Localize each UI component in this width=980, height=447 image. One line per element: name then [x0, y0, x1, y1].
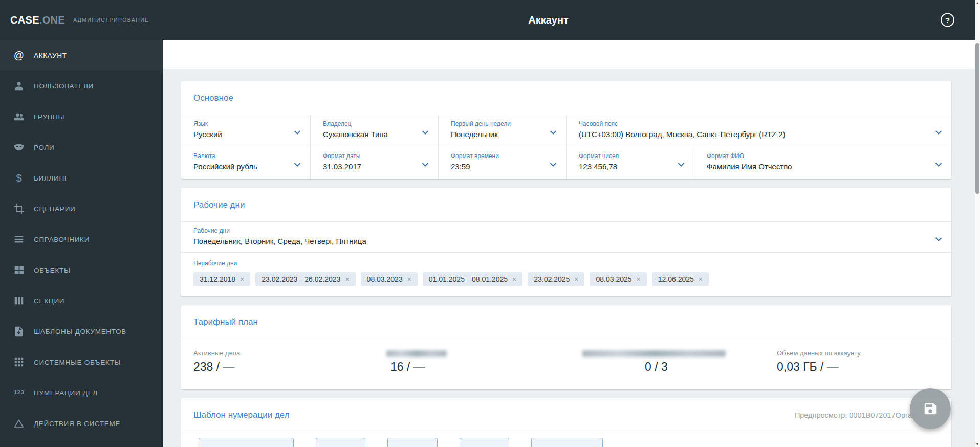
field-label: Формат ФИО	[707, 152, 929, 160]
redacted-label	[386, 350, 447, 357]
field-first-day-of-week[interactable]: Первый день недели Понедельник	[439, 115, 567, 147]
holiday-chip[interactable]: 23.02.2023—26.02.2023×	[255, 272, 355, 286]
chevron-down-icon[interactable]	[678, 163, 685, 167]
question-mark-icon: ?	[945, 16, 950, 25]
field-time-format[interactable]: Формат времени 23:59	[439, 147, 567, 179]
holiday-chip[interactable]: 23.02.2025×	[528, 272, 584, 286]
close-icon[interactable]: ×	[699, 275, 703, 283]
close-icon[interactable]: ×	[637, 275, 641, 283]
page-title: Аккаунт	[163, 14, 934, 26]
field-workdays[interactable]: Рабочие дни Понедельник, Вторник, Среда,…	[181, 222, 951, 253]
holiday-chip-label: 08.03.2023	[367, 275, 403, 283]
numbering-chip[interactable]	[316, 438, 365, 447]
sidebar-item-document-templates[interactable]: ШАБЛОНЫ ДОКУМЕНТОВ	[0, 316, 163, 347]
chevron-down-icon[interactable]	[550, 163, 557, 167]
scrollbar-thumb[interactable]	[975, 43, 979, 194]
chevron-down-icon[interactable]	[294, 130, 301, 135]
logo-secondary: .ONE	[39, 14, 65, 26]
holiday-chip[interactable]: 08.03.2023×	[361, 272, 418, 286]
holiday-chip[interactable]: 31.12.2018×	[193, 272, 250, 286]
field-label: Часовой пояс	[579, 120, 929, 127]
logo-area: CASE.ONE АДМИНИСТРИРОВАНИЕ	[0, 14, 163, 26]
sidebar-item-case-numbering[interactable]: 123 НУМЕРАЦИИ ДЕЛ	[0, 377, 163, 408]
sidebar-item-label: РОЛИ	[34, 144, 54, 151]
holiday-chip[interactable]: 08.03.2025×	[590, 272, 646, 286]
sidebar-item-sections[interactable]: СЕКЦИИ	[0, 285, 163, 316]
stat-active-cases: Активные дела 238 / —	[193, 349, 386, 374]
numbering-chip[interactable]	[531, 438, 603, 447]
redacted-label	[582, 350, 726, 357]
close-icon[interactable]: ×	[512, 275, 516, 283]
scrollbar: ▲ ▼	[975, 0, 980, 447]
holiday-chip-label: 12.06.2025	[658, 275, 694, 283]
help-button[interactable]: ?	[941, 13, 954, 27]
holiday-chip[interactable]: 01.01.2025—08.01.2025×	[423, 272, 522, 286]
field-language[interactable]: Язык Русский	[181, 115, 311, 147]
field-value: (UTC+03:00) Волгоград, Москва, Санкт-Пет…	[579, 130, 929, 139]
tariff-card-header: Тарифный план	[181, 305, 951, 339]
scroll-up-icon[interactable]: ▲	[975, 1, 980, 5]
chevron-down-icon[interactable]	[935, 130, 942, 135]
numbering-chip[interactable]	[460, 438, 509, 447]
save-icon	[923, 401, 938, 416]
field-label: Формат чисел	[579, 152, 671, 160]
close-icon[interactable]: ×	[574, 275, 578, 283]
field-number-format[interactable]: Формат чисел 123 456,78	[567, 147, 694, 179]
card-title: Тарифный план	[193, 317, 258, 327]
stat-label: Активные дела	[193, 349, 386, 357]
stat-label: Объем данных по аккаунту	[777, 349, 939, 357]
field-value: 23:59	[451, 162, 543, 171]
save-button[interactable]	[910, 388, 951, 429]
general-fields-row-2: Валюта Российский рубль Формат даты 31.0…	[181, 147, 951, 179]
sidebar-item-system-actions[interactable]: ДЕЙСТВИЯ В СИСТЕМЕ	[0, 408, 163, 439]
user-icon	[12, 79, 26, 93]
chevron-down-icon[interactable]	[935, 163, 942, 167]
workdays-card: Рабочие дни Рабочие дни Понедельник, Вто…	[181, 188, 951, 296]
field-date-format[interactable]: Формат даты 31.03.2017	[311, 147, 439, 179]
chevron-down-icon[interactable]	[550, 130, 557, 135]
topbar: CASE.ONE АДМИНИСТРИРОВАНИЕ Аккаунт ?	[0, 0, 975, 40]
sidebar-item-system-objects[interactable]: СИСТЕМНЫЕ ОБЪЕКТЫ	[0, 347, 163, 377]
tariff-stats: Активные дела 238 / — 16 / — 0 / 3 Объем…	[181, 339, 951, 389]
stat-value: 238 / —	[193, 360, 386, 374]
chevron-down-icon[interactable]	[935, 237, 942, 241]
chevron-down-icon[interactable]	[422, 130, 429, 135]
holiday-chip-label: 31.12.2018	[200, 275, 235, 283]
sidebar-item-label: ОБЪЕКТЫ	[34, 266, 71, 274]
field-timezone[interactable]: Часовой пояс (UTC+03:00) Волгоград, Моск…	[567, 115, 951, 147]
holiday-chip[interactable]: 12.06.2025×	[652, 272, 709, 286]
list-icon	[12, 233, 26, 246]
close-icon[interactable]: ×	[407, 275, 411, 283]
sidebar-item-objects[interactable]: ОБЪЕКТЫ	[0, 255, 163, 285]
numbering-chip[interactable]	[387, 438, 438, 447]
stat-value: 16 / —	[390, 360, 582, 374]
sidebar-item-directories[interactable]: СПРАВОЧНИКИ	[0, 224, 163, 255]
close-icon[interactable]: ×	[345, 275, 349, 283]
sidebar-item-users[interactable]: ПОЛЬЗОВАТЕЛИ	[0, 71, 163, 101]
sidebar: @ АККАУНТ ПОЛЬЗОВАТЕЛИ ГРУППЫ РОЛИ $ БИЛ…	[0, 40, 163, 447]
field-label: Формат времени	[451, 152, 543, 160]
field-name-format[interactable]: Формат ФИО Фамилия Имя Отчество	[694, 147, 951, 179]
field-owner[interactable]: Владелец Сухановская Тина	[311, 115, 439, 147]
scroll-down-icon[interactable]: ▼	[975, 442, 980, 446]
workdays-card-header: Рабочие дни	[181, 188, 951, 222]
logo-primary: CASE	[10, 14, 39, 26]
field-currency[interactable]: Валюта Российский рубль	[181, 147, 311, 179]
chevron-down-icon[interactable]	[422, 163, 429, 167]
field-label: Первый день недели	[451, 120, 543, 127]
sidebar-item-billing[interactable]: $ БИЛЛИНГ	[0, 163, 163, 193]
close-icon[interactable]: ×	[240, 275, 244, 283]
triangle-icon	[12, 417, 26, 430]
sidebar-item-roles[interactable]: РОЛИ	[0, 132, 163, 163]
at-icon: @	[12, 49, 26, 62]
crop-icon	[12, 202, 26, 215]
sidebar-item-label: БИЛЛИНГ	[34, 174, 69, 182]
sidebar-item-label: НУМЕРАЦИИ ДЕЛ	[34, 389, 98, 397]
card-title: Рабочие дни	[193, 200, 245, 210]
chevron-down-icon[interactable]	[294, 163, 301, 167]
sidebar-item-groups[interactable]: ГРУППЫ	[0, 101, 163, 132]
numbering-chip[interactable]	[199, 438, 294, 447]
stat-redacted-1: 16 / —	[386, 349, 582, 374]
sidebar-item-scenarios[interactable]: СЦЕНАРИИ	[0, 193, 163, 224]
sidebar-item-account[interactable]: @ АККАУНТ	[0, 40, 163, 71]
